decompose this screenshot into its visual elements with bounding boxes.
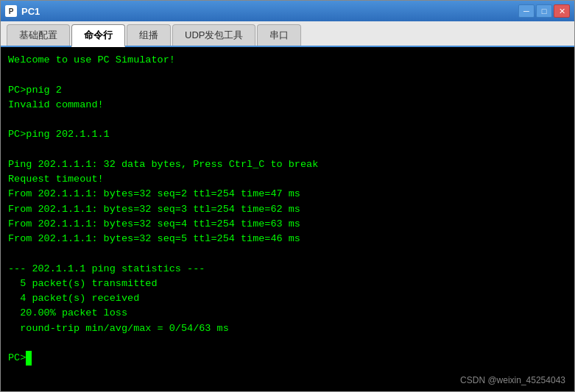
title-controls: ─ □ ✕ bbox=[518, 4, 570, 18]
minimize-button[interactable]: ─ bbox=[518, 4, 535, 18]
tab-serial[interactable]: 串口 bbox=[257, 24, 301, 46]
tab-multicast[interactable]: 组播 bbox=[127, 24, 171, 46]
window-icon: P bbox=[5, 5, 17, 17]
tab-basic-config[interactable]: 基础配置 bbox=[7, 24, 70, 46]
tab-udp-tool[interactable]: UDP发包工具 bbox=[172, 24, 255, 46]
terminal-output: Welcome to use PC Simulator! PC>pnig 2 I… bbox=[8, 53, 567, 366]
watermark: CSDN @weixin_45254043 bbox=[460, 375, 565, 385]
title-bar-left: P PC1 bbox=[5, 5, 40, 17]
terminal-area[interactable]: Welcome to use PC Simulator! PC>pnig 2 I… bbox=[1, 47, 574, 391]
maximize-button[interactable]: □ bbox=[536, 4, 552, 18]
main-window: P PC1 ─ □ ✕ 基础配置 命令行 组播 UDP发包工具 串口 Welco… bbox=[0, 0, 575, 392]
window-title: PC1 bbox=[21, 6, 40, 17]
close-button[interactable]: ✕ bbox=[554, 4, 570, 18]
tab-command-line[interactable]: 命令行 bbox=[71, 24, 125, 47]
tab-bar: 基础配置 命令行 组播 UDP发包工具 串口 bbox=[1, 21, 574, 47]
title-bar: P PC1 ─ □ ✕ bbox=[1, 1, 574, 21]
